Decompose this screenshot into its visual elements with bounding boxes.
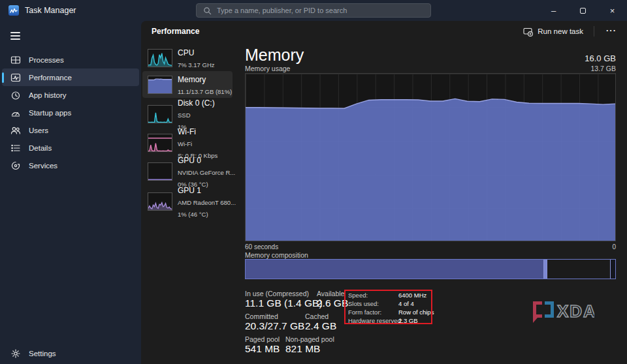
perf-item-wifi[interactable]: Wi-Fi Wi-Fi S: 0 R: 0 Kbps	[142, 129, 233, 157]
sidebar-item-label: Details	[29, 144, 52, 152]
gpu1-mini-graph	[148, 192, 172, 211]
perf-item-sub2: 1% (46 °C)	[178, 211, 208, 218]
perf-item-memory[interactable]: Memory 11.1/13.7 GB (81%)	[142, 71, 233, 98]
detail-label: Slots used:	[348, 299, 398, 308]
task-manager-app-icon	[8, 5, 19, 16]
processes-icon	[10, 55, 21, 65]
search-box[interactable]	[196, 3, 431, 18]
stat-value: 2.6 GB	[317, 297, 348, 309]
sidebar-item-settings-wrap: Settings	[0, 344, 141, 362]
sidebar-item-label: Processes	[29, 56, 64, 64]
search-input[interactable]	[217, 7, 430, 14]
run-new-task-icon	[523, 27, 533, 37]
composition-segment-standby	[547, 260, 610, 279]
titlebar: Task Manager – ×	[0, 0, 627, 21]
sidebar-item-settings[interactable]: Settings	[2, 344, 139, 362]
stat-label: Committed	[245, 312, 278, 320]
detail-label: Hardware reserved:	[348, 316, 398, 325]
xda-watermark: XDA	[526, 297, 594, 327]
gear-icon	[10, 348, 21, 359]
disk-mini-graph	[148, 105, 172, 123]
more-options-button[interactable]: ···	[600, 24, 623, 39]
usage-axis-max: 13.7 GB	[245, 65, 616, 72]
detail-label: Form factor:	[348, 308, 398, 316]
memory-composition-bar	[245, 259, 616, 279]
sidebar-item-label: App history	[29, 91, 67, 99]
users-icon	[10, 125, 21, 136]
header-separator	[594, 26, 594, 37]
sidebar-nav: Processes Performance App history	[0, 51, 141, 174]
cpu-mini-graph	[148, 49, 172, 67]
xda-bracket-left-icon	[533, 301, 542, 323]
performance-panel: Performance Run new task ··· CPU 7% 3.17…	[141, 21, 627, 364]
stat-label: Available	[317, 290, 344, 297]
perf-item-sub: NVIDIA GeForce R...	[178, 169, 235, 176]
perf-item-title: GPU 0	[178, 156, 201, 165]
perf-item-title: Wi-Fi	[178, 127, 196, 136]
composition-segment-free	[610, 260, 615, 279]
search-icon	[203, 7, 212, 15]
xda-watermark-text: XDA	[557, 301, 594, 321]
perf-item-gpu0[interactable]: GPU 0 NVIDIA GeForce R... 0% (36 °C)	[142, 157, 233, 185]
perf-item-title: CPU	[178, 48, 194, 57]
task-manager-window: Task Manager – × Processes	[0, 0, 627, 364]
run-new-task-button[interactable]: Run new task	[518, 24, 588, 39]
details-icon	[10, 143, 21, 153]
perf-item-title: GPU 1	[178, 186, 201, 195]
stat-value: 20.3/27.7 GB	[245, 320, 304, 332]
perf-item-cpu[interactable]: CPU 7% 3.17 GHz	[142, 46, 233, 70]
stat-label: Non-paged pool	[285, 335, 334, 343]
stat-value: 821 MB	[285, 343, 320, 355]
detail-value: 6400 MHz	[398, 291, 426, 299]
stat-label: In use (Compressed)	[245, 290, 309, 297]
sidebar-item-services[interactable]: Services	[2, 157, 139, 174]
sidebar-item-performance[interactable]: Performance	[2, 68, 139, 86]
memory-composition-label: Memory composition	[245, 251, 308, 259]
memory-mini-graph	[148, 76, 172, 94]
sidebar-item-startup-apps[interactable]: Startup apps	[2, 104, 139, 121]
sidebar-item-processes[interactable]: Processes	[2, 51, 139, 68]
perf-item-sub: AMD RadeonT 680...	[178, 199, 236, 206]
services-icon	[10, 160, 21, 171]
stat-value: 11.1 GB (1.4 GB)	[245, 297, 323, 309]
stat-label: Paged pool	[245, 335, 280, 343]
total-memory-value: 16.0 GB	[245, 53, 616, 63]
detail-row: Speed: 6400 MHz	[348, 291, 426, 299]
sidebar-item-details[interactable]: Details	[2, 139, 139, 157]
perf-item-title: Disk 0 (C:)	[178, 99, 215, 108]
detail-row: Slots used: 4 of 4	[348, 299, 414, 308]
perf-item-disk[interactable]: Disk 0 (C:) SSD 1%	[142, 100, 233, 128]
detail-row: Form factor: Row of chips	[348, 308, 434, 316]
detail-value: 4 of 4	[398, 299, 414, 308]
sidebar-item-label: Settings	[29, 350, 56, 357]
detail-value: Row of chips	[398, 308, 434, 316]
sidebar-item-app-history[interactable]: App history	[2, 86, 139, 104]
close-button[interactable]: ×	[598, 0, 627, 21]
time-axis-right: 0	[245, 243, 616, 250]
hamburger-menu-button[interactable]	[8, 27, 29, 44]
detail-row: Hardware reserved: 2.3 GB	[348, 316, 418, 325]
sidebar-item-label: Startup apps	[29, 109, 71, 117]
xda-bracket-right-icon	[545, 301, 554, 318]
app-history-icon	[10, 90, 21, 100]
sidebar: Processes Performance App history	[0, 21, 141, 364]
sidebar-item-users[interactable]: Users	[2, 121, 139, 139]
composition-segment-in-use	[246, 260, 543, 279]
run-new-task-label: Run new task	[538, 27, 583, 35]
minimize-button[interactable]: –	[539, 0, 568, 21]
perf-item-sub: Wi-Fi	[178, 140, 192, 147]
performance-icon	[10, 72, 21, 83]
wifi-mini-graph	[148, 134, 172, 152]
detail-label: Speed:	[348, 291, 398, 299]
sidebar-item-label: Performance	[29, 74, 72, 82]
panel-title: Performance	[152, 27, 199, 36]
memory-usage-chart	[245, 73, 616, 241]
sidebar-item-label: Services	[29, 162, 57, 170]
startup-apps-icon	[10, 108, 21, 118]
stat-label: Cached	[305, 312, 329, 320]
maximize-button[interactable]	[568, 0, 598, 21]
stat-value: 2.4 GB	[305, 320, 336, 332]
perf-item-gpu1[interactable]: GPU 1 AMD RadeonT 680... 1% (46 °C)	[142, 187, 233, 215]
perf-item-sub: SSD	[178, 112, 191, 119]
app-title: Task Manager	[25, 6, 76, 15]
